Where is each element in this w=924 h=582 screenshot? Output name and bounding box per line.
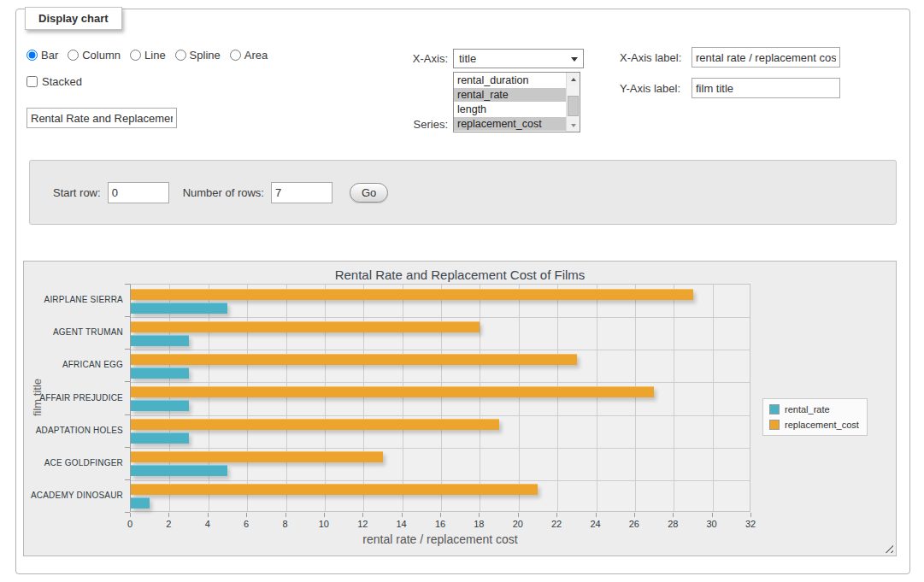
legend-label: rental_rate: [780, 404, 830, 414]
bar-replacement_cost: [131, 419, 499, 430]
x-axis-label-input[interactable]: [692, 47, 840, 68]
x-tick-label: 14: [397, 519, 407, 529]
x-tick-label: 28: [668, 519, 678, 529]
x-axis-tick: [712, 513, 713, 517]
x-tick-label: 0: [127, 519, 132, 529]
gridline: [441, 285, 442, 511]
bar-replacement_cost: [131, 354, 577, 365]
chart-type-label: Bar: [41, 49, 58, 62]
arrow-down-icon: [571, 124, 576, 127]
y-axis-tick: [125, 284, 130, 285]
category-label: ACADEMY DINOSAUR: [26, 491, 123, 501]
chart-type-option-spline[interactable]: Spline: [175, 49, 221, 62]
scrollbar-thumb[interactable]: [568, 96, 579, 116]
chart-container: Rental Rate and Replacement Cost of Film…: [23, 261, 897, 556]
stacked-checkbox[interactable]: [26, 76, 38, 87]
gridline: [557, 285, 558, 511]
category-label: ADAPTATION HOLES: [26, 426, 123, 436]
category-label: AFRICAN EGG: [26, 360, 123, 370]
plot-area: [130, 284, 750, 512]
chart-type-option-bar[interactable]: Bar: [26, 49, 58, 62]
y-axis-label-label: Y-Axis label:: [620, 82, 690, 95]
x-tick-label: 16: [435, 519, 445, 529]
legend-swatch: [769, 420, 780, 430]
chart-type-option-line[interactable]: Line: [130, 49, 166, 62]
gridline: [209, 285, 209, 511]
x-axis-select-label: X-Axis:: [384, 52, 448, 65]
x-axis-tick: [479, 513, 480, 517]
x-axis-tick: [402, 513, 403, 517]
chart-type-radio-group: BarColumnLineSplineArea: [26, 49, 268, 62]
bar-rental_rate: [131, 335, 189, 346]
gridline: [131, 480, 750, 481]
chart-title-input[interactable]: [26, 108, 177, 128]
x-tick-label: 32: [745, 519, 756, 529]
x-axis-tick: [208, 513, 209, 517]
x-axis-tick: [168, 513, 169, 517]
gridline: [713, 285, 714, 511]
bar-replacement_cost: [131, 386, 654, 397]
gridline: [480, 285, 480, 511]
x-tick-label: 10: [319, 519, 329, 529]
rows-panel: Start row: Number of rows: Go: [29, 160, 897, 225]
series-option-replacement_cost[interactable]: replacement_cost: [454, 117, 566, 131]
scrollbar-up-button[interactable]: [567, 73, 580, 85]
category-label: AFFAIR PREJUDICE: [26, 393, 123, 403]
gridline: [597, 285, 597, 511]
bar-replacement_cost: [131, 451, 383, 462]
number-of-rows-input[interactable]: [271, 182, 333, 203]
chart-type-radio-line[interactable]: [130, 50, 141, 61]
series-select-label: Series:: [384, 118, 448, 131]
series-listbox[interactable]: rental_durationrental_ratelengthreplacem…: [453, 72, 580, 132]
bar-rental_rate: [131, 400, 189, 411]
x-tick-label: 30: [707, 519, 717, 529]
x-tick-label: 4: [205, 519, 210, 529]
y-axis-label-input[interactable]: [692, 78, 840, 98]
gridline: [635, 285, 636, 511]
display-chart-fieldset: Display chart BarColumnLineSplineArea St…: [15, 9, 910, 574]
y-axis-tick: [125, 381, 130, 382]
chart-type-radio-area[interactable]: [230, 50, 241, 61]
category-label: ACE GOLDFINGER: [26, 458, 123, 468]
chart-type-radio-spline[interactable]: [175, 50, 186, 61]
gridline: [325, 285, 326, 511]
x-tick-label: 12: [357, 519, 368, 529]
go-button[interactable]: Go: [350, 183, 388, 203]
chart-type-radio-bar[interactable]: [26, 50, 38, 61]
page: Display chart BarColumnLineSplineArea St…: [0, 0, 924, 582]
fieldset-legend: Display chart: [25, 7, 122, 30]
series-option-rental_duration[interactable]: rental_duration: [454, 73, 566, 87]
stacked-checkbox-row[interactable]: Stacked: [26, 75, 82, 88]
number-of-rows-label: Number of rows:: [183, 186, 264, 199]
y-axis-tick: [125, 479, 130, 480]
x-tick-label: 8: [282, 519, 287, 529]
stacked-label: Stacked: [42, 75, 82, 88]
x-axis-label-label: X-Axis label:: [620, 51, 690, 64]
series-option-rental_rate[interactable]: rental_rate: [454, 88, 566, 102]
bar-rental_rate: [131, 303, 227, 314]
x-axis-tick: [362, 513, 363, 517]
chart-type-option-area[interactable]: Area: [230, 49, 268, 62]
arrow-up-icon: [571, 78, 576, 81]
start-row-input[interactable]: [108, 182, 169, 203]
chart-type-radio-column[interactable]: [68, 50, 79, 61]
listbox-scrollbar[interactable]: [566, 73, 580, 132]
y-axis-tick: [125, 316, 130, 317]
x-tick-label: 20: [513, 519, 523, 529]
chart-type-option-column[interactable]: Column: [68, 49, 121, 62]
series-option-length[interactable]: length: [454, 103, 566, 116]
y-axis-tick: [125, 512, 130, 513]
x-axis-tick: [130, 513, 131, 517]
x-axis-tick: [634, 513, 635, 517]
resize-grip-icon[interactable]: [882, 542, 893, 553]
bar-replacement_cost: [131, 484, 538, 495]
gridline: [131, 317, 750, 318]
legend-label: replacement_cost: [780, 420, 859, 430]
x-axis-tick: [518, 513, 519, 517]
scrollbar-down-button[interactable]: [567, 119, 580, 132]
x-axis-select[interactable]: title: [453, 49, 584, 68]
y-axis-tick: [125, 414, 130, 415]
start-row-label: Start row:: [53, 186, 101, 199]
bar-replacement_cost: [131, 289, 693, 300]
x-axis-tick: [556, 513, 557, 517]
